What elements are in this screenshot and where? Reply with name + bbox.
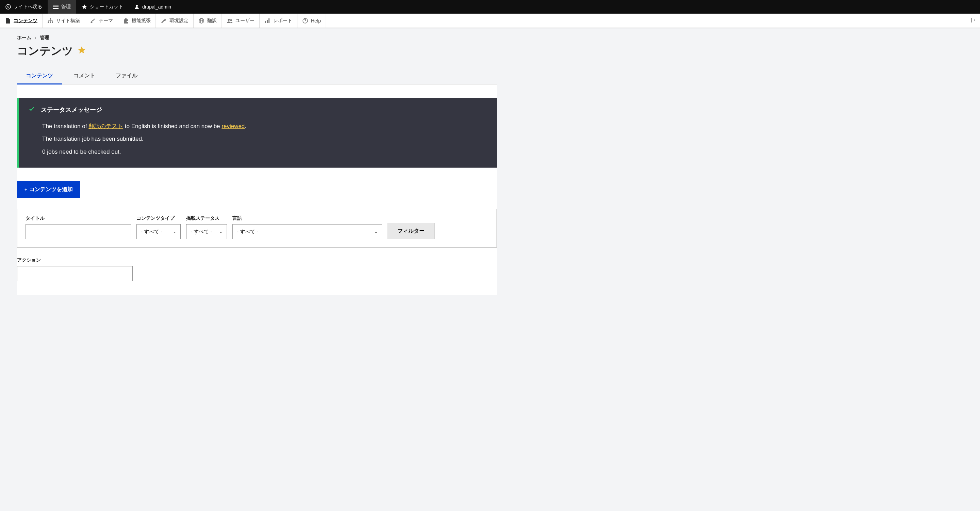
svg-rect-13 (265, 21, 266, 23)
admin-menu-help-label: Help (311, 18, 321, 24)
svg-rect-15 (269, 18, 269, 23)
admin-menu-people[interactable]: ユーザー (222, 14, 259, 27)
admin-menu-reports[interactable]: レポート (259, 14, 298, 27)
admin-menu-content[interactable]: コンテンツ (0, 14, 43, 27)
shortcuts-label: ショートカット (90, 4, 123, 10)
svg-rect-18 (971, 18, 972, 22)
svg-point-0 (6, 5, 11, 9)
admin-menu-content-label: コンテンツ (14, 18, 37, 24)
admin-menu-people-label: ユーザー (235, 18, 255, 24)
svg-point-8 (52, 22, 53, 23)
filter-status-label: 掲載ステータス (186, 215, 227, 222)
reviewed-link[interactable]: reviewed (221, 123, 245, 129)
svg-point-7 (50, 22, 51, 23)
plus-icon: + (24, 187, 27, 192)
shortcut-star-toggle[interactable] (77, 46, 86, 57)
admin-menu-translation[interactable]: 翻訳 (194, 14, 222, 27)
svg-point-12 (231, 19, 232, 21)
brush-icon (90, 18, 96, 24)
filter-language-value: - すべて - (237, 228, 258, 235)
filter-type-label: コンテンツタイプ (137, 215, 181, 222)
status-line-3: 0 jobs need to be checked out. (42, 145, 487, 158)
shortcuts-link[interactable]: ショートカット (76, 0, 129, 14)
status-header-text: ステータスメッセージ (41, 105, 102, 114)
chevron-down-icon: ⌄ (219, 229, 223, 234)
status-line-2: The translation job has been submitted. (42, 133, 487, 145)
admin-menu-config-label: 環境設定 (169, 18, 189, 24)
filter-title-input[interactable] (25, 224, 131, 239)
wrench-icon (161, 18, 167, 24)
action-label: アクション (17, 257, 497, 263)
chart-icon (264, 18, 270, 24)
svg-point-5 (50, 18, 51, 19)
breadcrumb-admin[interactable]: 管理 (40, 35, 49, 41)
manage-label: 管理 (61, 4, 71, 10)
tab-content[interactable]: コンテンツ (17, 68, 62, 85)
filter-type-select[interactable]: - すべて - ⌄ (137, 224, 181, 239)
admin-menu-structure-label: サイト構築 (56, 18, 80, 24)
collapse-icon (970, 17, 977, 24)
star-icon (82, 4, 87, 10)
filter-language-select[interactable]: - すべて - ⌄ (232, 224, 382, 239)
svg-point-17 (305, 22, 305, 22)
local-tabs: コンテンツ コメント ファイル (17, 68, 497, 85)
help-icon (302, 18, 308, 24)
chevron-down-icon: ⌄ (374, 229, 378, 234)
svg-rect-2 (53, 6, 59, 7)
filter-status-value: - すべて - (191, 228, 212, 235)
check-icon (29, 106, 35, 114)
svg-rect-1 (53, 5, 59, 5)
status-line-1: The translation of 翻訳のテスト to English is … (42, 120, 487, 133)
add-content-button[interactable]: + コンテンツを追加 (17, 181, 80, 198)
action-select[interactable] (17, 266, 133, 281)
svg-rect-3 (53, 8, 59, 9)
back-to-site-label: サイトへ戻る (14, 4, 42, 10)
breadcrumb-home[interactable]: ホーム (17, 35, 31, 41)
breadcrumb-separator: › (35, 35, 37, 40)
svg-point-6 (48, 22, 49, 23)
username-label: drupal_admin (142, 4, 171, 10)
admin-menu: コンテンツ サイト構築 テーマ 機能拡張 環境設定 翻訳 ユーザー (0, 14, 980, 28)
admin-menu-extend[interactable]: 機能拡張 (118, 14, 156, 27)
admin-menu-help[interactable]: Help (298, 14, 326, 27)
svg-point-11 (228, 19, 230, 21)
hamburger-icon (53, 4, 59, 10)
filter-button[interactable]: フィルター (388, 223, 434, 239)
filter-language-label: 言語 (232, 215, 382, 222)
back-arrow-icon (5, 4, 11, 10)
manage-link[interactable]: 管理 (48, 0, 76, 14)
add-content-label: コンテンツを追加 (29, 186, 73, 193)
admin-menu-appearance-label: テーマ (99, 18, 113, 24)
filter-title-label: タイトル (25, 215, 131, 222)
svg-rect-14 (267, 20, 268, 23)
svg-point-4 (136, 5, 138, 7)
status-message: ステータスメッセージ The translation of 翻訳のテスト to … (17, 98, 497, 168)
document-icon (5, 18, 11, 24)
globe-icon (198, 18, 205, 24)
tab-files[interactable]: ファイル (107, 68, 146, 85)
chevron-down-icon: ⌄ (173, 229, 176, 234)
page-title: コンテンツ (17, 44, 73, 59)
filter-type-value: - すべて - (141, 228, 162, 235)
people-icon (227, 18, 233, 24)
puzzle-icon (123, 18, 129, 24)
admin-menu-config[interactable]: 環境設定 (156, 14, 194, 27)
admin-menu-reports-label: レポート (273, 18, 292, 24)
filter-box: タイトル コンテンツタイプ - すべて - ⌄ 掲載ステータス - すべて - … (17, 209, 497, 248)
filter-status-select[interactable]: - すべて - ⌄ (186, 224, 227, 239)
back-to-site-link[interactable]: サイトへ戻る (0, 0, 48, 14)
collapse-toolbar-button[interactable] (967, 14, 980, 27)
breadcrumb: ホーム › 管理 (17, 35, 497, 41)
user-link[interactable]: drupal_admin (129, 0, 177, 14)
translation-link[interactable]: 翻訳のテスト (89, 123, 123, 129)
tab-comments[interactable]: コメント (65, 68, 104, 85)
admin-menu-translation-label: 翻訳 (207, 18, 217, 24)
admin-menu-appearance[interactable]: テーマ (85, 14, 118, 27)
top-toolbar: サイトへ戻る 管理 ショートカット drupal_admin (0, 0, 980, 14)
structure-icon (47, 18, 53, 24)
admin-menu-structure[interactable]: サイト構築 (43, 14, 85, 27)
admin-menu-extend-label: 機能拡張 (132, 18, 151, 24)
user-icon (134, 4, 140, 10)
